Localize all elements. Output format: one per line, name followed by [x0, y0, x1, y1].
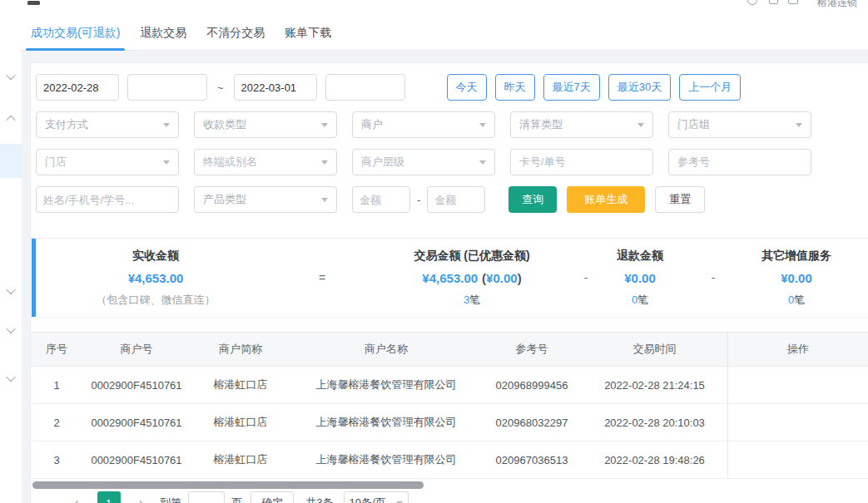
name-phone-input[interactable] [36, 186, 179, 213]
filter-select[interactable]: 清算类型 [510, 111, 653, 138]
chevron-down-icon [6, 285, 15, 294]
end-time-input[interactable] [325, 74, 405, 101]
quick-range-label: 上一个月 [688, 80, 732, 95]
calendar-icon[interactable] [769, 0, 778, 4]
summary-label: 其它增值服务 [761, 249, 831, 264]
date-range-tilde: ~ [217, 81, 224, 94]
cell-reference-no: 020967036513 [482, 441, 582, 478]
table-row: 1 0002900F4510761 榕港虹口店 上海馨榕港餐饮管理有限公司 02… [31, 367, 868, 404]
topbar: 榕港连锁 [0, 0, 868, 17]
next-page-button[interactable]: › [136, 491, 147, 503]
start-date-input[interactable] [36, 74, 119, 101]
summary-label: 实收金额 [132, 249, 179, 264]
discount-amount-value: ¥0.00 [486, 271, 518, 285]
chevron-down-icon [637, 123, 644, 127]
filter-row-actions: 产品类型 - 查询 账单生成 重置 [36, 186, 863, 213]
apps-icon[interactable] [788, 0, 798, 4]
filter-field[interactable]: 卡号/单号 [510, 149, 653, 175]
hamburger-menu-icon[interactable] [27, 1, 40, 5]
cell-transaction-time: 2022-02-28 20:10:03 [582, 404, 727, 441]
count-unit: 笔 [637, 293, 648, 306]
generate-bill-button[interactable]: 账单生成 [567, 186, 645, 213]
tab-list: 成功交易(可退款)退款交易不清分交易账单下载 [29, 17, 333, 50]
tab[interactable]: 退款交易 [138, 17, 188, 50]
cell-transaction-time: 2022-02-28 19:48:26 [582, 441, 727, 478]
cell-merchant-short-name: 榕港虹口店 [191, 367, 290, 403]
end-date-input[interactable] [234, 74, 317, 101]
page-size-label: 10条/页 [350, 496, 386, 503]
count-unit: 笔 [469, 293, 480, 306]
product-type-select[interactable]: 产品类型 [194, 186, 337, 213]
page-size-select[interactable]: 10条/页 [344, 491, 409, 503]
start-time-input[interactable] [127, 74, 207, 101]
summary-count: 3笔 [464, 293, 480, 308]
sidebar-item-expand-1[interactable] [0, 60, 22, 93]
sidebar-item-expand-4[interactable] [0, 313, 22, 347]
filter-field[interactable]: 参考号 [668, 149, 811, 175]
cell-actions [727, 441, 868, 478]
filter-select[interactable]: 商户 [352, 111, 495, 138]
cell-merchant-name: 上海馨榕港餐饮管理有限公司 [290, 441, 482, 478]
goto-page-label: 到第 [160, 496, 181, 503]
chevron-down-icon [321, 123, 328, 127]
filter-field[interactable]: 商户层级 [352, 149, 495, 175]
chevron-down-icon [6, 372, 15, 382]
filter-field[interactable]: 终端或别名 [194, 149, 337, 175]
summary-label: 交易金额 (已优惠金额) [414, 249, 529, 264]
tab[interactable]: 不清分交易 [205, 17, 266, 50]
tabbar: 成功交易(可退款)退款交易不清分交易账单下载 [22, 17, 868, 51]
chevron-down-icon [479, 123, 486, 127]
sidebar-selected-item[interactable] [0, 144, 22, 178]
prev-page-button[interactable]: ‹ [71, 491, 82, 503]
sidebar-item-expand-5[interactable] [0, 362, 22, 395]
page-unit-label: 页 [231, 496, 242, 503]
field-placeholder: 卡号/单号 [519, 155, 566, 170]
cell-reference-no: 020968032297 [482, 404, 582, 441]
goto-confirm-button[interactable]: 确定 [250, 491, 294, 503]
search-button[interactable]: 查询 [508, 186, 557, 213]
field-placeholder: 商户层级 [361, 155, 404, 170]
quick-range-button[interactable]: 最近30天 [608, 74, 671, 101]
filter-select[interactable]: 收款类型 [194, 111, 337, 138]
quick-range-label: 最近30天 [618, 80, 662, 95]
sidebar-item-expand-3[interactable] [0, 274, 22, 308]
account-name[interactable]: 榕港连锁 [817, 0, 857, 10]
cell-merchant-id: 0002900F4510761 [82, 441, 191, 478]
filter-select[interactable]: 支付方式 [36, 111, 179, 138]
chevron-down-icon [321, 160, 328, 165]
tab[interactable]: 成功交易(可退款) [29, 17, 122, 50]
paren: ) [518, 271, 522, 285]
pagination: ‹ 1 › 到第 页 确定 共3条 10条/页 [32, 491, 409, 503]
quick-range-button[interactable]: 昨天 [495, 74, 535, 101]
summary-label: 退款金额 [617, 249, 663, 264]
field-placeholder: 终端或别名 [203, 155, 257, 170]
tab-label: 不清分交易 [206, 26, 265, 41]
amount-max-input[interactable] [427, 186, 485, 213]
select-placeholder: 清算类型 [519, 117, 563, 132]
quick-range-button[interactable]: 最近7天 [543, 74, 600, 101]
quick-range-label: 最近7天 [553, 80, 591, 95]
amount-min-input[interactable] [352, 186, 410, 213]
summary-amount: ¥0.00 [781, 271, 812, 285]
cell-merchant-short-name: 榕港虹口店 [191, 404, 290, 441]
filter-select[interactable]: 门店组 [668, 111, 811, 138]
quick-range-button[interactable]: 今天 [447, 74, 487, 101]
chevron-up-icon [6, 116, 15, 125]
horizontal-scrollbar[interactable] [32, 481, 424, 489]
field-placeholder: 门店 [45, 155, 67, 170]
current-page-button[interactable]: 1 [97, 491, 121, 503]
quick-range-label: 今天 [456, 80, 478, 95]
select-placeholder: 产品类型 [203, 192, 246, 207]
field-placeholder: 参考号 [677, 155, 710, 170]
chevron-down-icon [796, 123, 802, 127]
sidebar [0, 17, 22, 503]
chevron-down-icon [321, 198, 328, 202]
quick-range-button[interactable]: 上一个月 [679, 74, 741, 101]
tab-label: 退款交易 [140, 26, 186, 41]
filter-field[interactable]: 门店 [36, 149, 179, 175]
goto-page-input[interactable] [188, 491, 225, 503]
tab[interactable]: 账单下载 [283, 17, 333, 50]
sidebar-item-expand-2[interactable] [0, 102, 22, 136]
reset-button[interactable]: 重置 [655, 186, 705, 213]
user-icon[interactable] [747, 0, 757, 5]
